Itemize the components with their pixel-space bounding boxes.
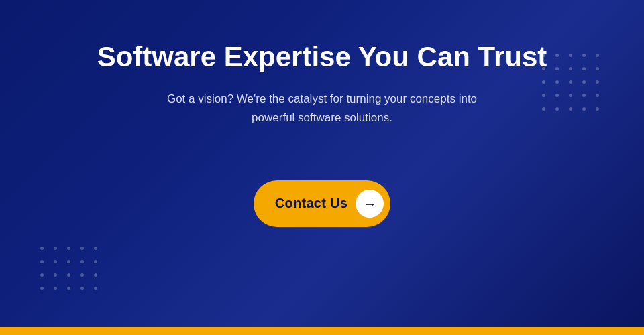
hero-title: Software Expertise You Can Trust — [97, 40, 547, 74]
dots-pattern-right — [542, 54, 604, 115]
cta-button-label: Contact Us — [275, 196, 348, 211]
gold-accent-bar — [0, 327, 644, 335]
arrow-circle: → — [356, 190, 384, 218]
hero-subtitle: Got a vision? We're the catalyst for tur… — [148, 90, 496, 126]
arrow-icon: → — [363, 197, 376, 210]
contact-us-button[interactable]: Contact Us → — [254, 180, 391, 227]
dots-pattern-left — [40, 247, 102, 295]
hero-section: Software Expertise You Can Trust Got a v… — [0, 0, 644, 335]
